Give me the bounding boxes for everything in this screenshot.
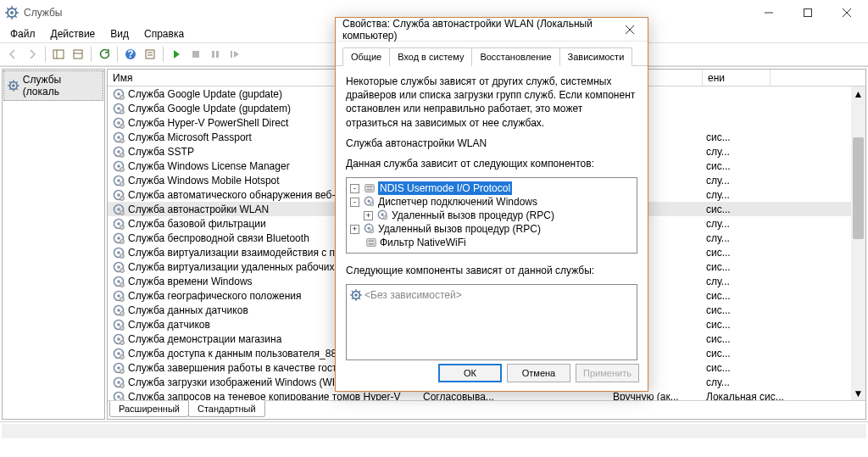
menu-action[interactable]: Действие	[44, 26, 103, 42]
expander-icon[interactable]: -	[350, 184, 359, 193]
tab-general[interactable]: Общие	[342, 47, 390, 66]
driver-icon	[365, 237, 377, 248]
cancel-button[interactable]: Отмена	[507, 364, 570, 382]
start-button[interactable]	[167, 45, 186, 64]
tree-item[interactable]: +Удаленный вызов процедур (RPC)	[350, 209, 633, 222]
svg-rect-26	[146, 50, 154, 59]
gear-icon	[350, 289, 362, 301]
service-icon	[113, 203, 125, 215]
forward-button[interactable]	[23, 45, 42, 64]
apply-button[interactable]: Применить	[576, 364, 639, 382]
svg-rect-30	[212, 51, 214, 58]
separator	[45, 47, 46, 62]
dependents-label: Следующие компоненты зависят от данной с…	[346, 264, 637, 277]
service-icon	[113, 333, 125, 345]
service-icon	[113, 362, 125, 374]
dependents-tree[interactable]: <Без зависимостей>	[346, 284, 637, 360]
scroll-up-icon[interactable]: ▲	[851, 86, 865, 101]
hscrollbar[interactable]	[2, 424, 866, 438]
stop-button[interactable]	[186, 45, 205, 64]
service-icon	[113, 319, 125, 331]
service-icon	[113, 189, 125, 201]
properties-button[interactable]	[141, 45, 159, 64]
refresh-button[interactable]	[95, 45, 114, 64]
gear-icon	[364, 196, 376, 208]
menu-help[interactable]: Справка	[137, 26, 191, 42]
dialog-close-button[interactable]	[619, 21, 641, 38]
dialog-body: Некоторые службы зависят от других служб…	[336, 66, 648, 369]
view-tabs: Расширенный Стандартный	[108, 400, 865, 419]
gear-icon	[377, 209, 389, 221]
service-icon	[113, 261, 125, 273]
svg-text:?: ?	[127, 48, 133, 60]
separator	[117, 47, 118, 62]
service-icon	[113, 103, 125, 114]
service-icon	[113, 276, 125, 287]
svg-rect-31	[216, 51, 219, 58]
service-icon	[113, 146, 125, 158]
export-button[interactable]	[69, 45, 87, 64]
depends-on-tree[interactable]: -NDIS Usermode I/O Protocol-Диспетчер по…	[346, 177, 637, 254]
properties-dialog: Свойства: Служба автонастройки WLAN (Лок…	[335, 17, 648, 392]
service-icon	[113, 131, 125, 143]
show-hide-button[interactable]	[49, 45, 68, 64]
service-icon	[113, 88, 125, 100]
tree-item[interactable]: -Диспетчер подключений Windows	[350, 195, 633, 209]
tab-recovery[interactable]: Восстановление	[471, 47, 559, 66]
depends-on-label: Данная служба зависит от следующих компо…	[346, 157, 637, 170]
service-icon	[113, 175, 125, 187]
tab-dependencies[interactable]: Зависимости	[559, 47, 633, 66]
service-icon	[113, 232, 125, 244]
tree-item[interactable]: Фильтр NativeWiFi	[350, 236, 633, 249]
menu-file[interactable]: Файл	[3, 26, 42, 42]
scroll-thumb[interactable]	[853, 137, 864, 239]
svg-rect-32	[231, 51, 232, 58]
service-icon	[113, 391, 125, 401]
minimize-button[interactable]	[749, 0, 788, 25]
scroll-down-icon[interactable]: ▼	[851, 386, 865, 400]
tree-item[interactable]: +Удаленный вызов процедур (RPC)	[350, 222, 633, 236]
dialog-titlebar[interactable]: Свойства: Служба автонастройки WLAN (Лок…	[336, 18, 648, 42]
pause-button[interactable]	[206, 45, 225, 64]
col-logon[interactable]: ени	[703, 70, 771, 86]
tab-standard[interactable]: Стандартный	[188, 400, 265, 417]
service-icon	[113, 376, 125, 388]
menu-view[interactable]: Вид	[103, 26, 136, 42]
close-button[interactable]	[827, 0, 866, 25]
dialog-buttons: ОК Отмена Применить	[438, 364, 639, 382]
restart-button[interactable]	[225, 45, 244, 64]
gear-icon	[8, 80, 19, 92]
tab-logon[interactable]: Вход в систему	[389, 47, 472, 66]
service-icon	[113, 290, 125, 302]
svg-rect-17	[804, 9, 812, 17]
separator	[163, 47, 164, 62]
maximize-button[interactable]	[788, 0, 827, 25]
tree-item[interactable]: -NDIS Usermode I/O Protocol	[350, 181, 633, 195]
ok-button[interactable]: ОК	[438, 364, 502, 382]
no-dependencies: <Без зависимостей>	[364, 288, 462, 302]
service-icon	[113, 117, 125, 129]
app-icon	[5, 6, 19, 20]
gear-icon	[364, 223, 376, 235]
driver-icon	[364, 182, 376, 194]
svg-rect-20	[53, 50, 64, 59]
dep-service-name: Служба автонастройки WLAN	[346, 137, 637, 150]
vscrollbar[interactable]: ▲ ▼	[851, 86, 865, 400]
dep-intro: Некоторые службы зависят от других служб…	[346, 75, 637, 130]
service-icon	[113, 304, 125, 316]
service-icon	[113, 218, 125, 230]
nav-services-local[interactable]: Службы (локаль	[3, 70, 103, 101]
svg-rect-29	[192, 51, 199, 58]
nav-tree[interactable]: Службы (локаль	[2, 69, 105, 420]
dialog-title: Свойства: Служба автонастройки WLAN (Лок…	[342, 18, 619, 42]
help-button[interactable]: ?	[121, 45, 140, 64]
expander-icon[interactable]: +	[364, 211, 373, 220]
tab-extended[interactable]: Расширенный	[109, 401, 189, 417]
back-button[interactable]	[3, 45, 22, 64]
service-icon	[113, 348, 125, 359]
service-icon	[113, 247, 125, 259]
svg-rect-22	[74, 50, 82, 59]
expander-icon[interactable]: +	[350, 225, 359, 234]
service-icon	[113, 160, 125, 172]
expander-icon[interactable]: -	[350, 198, 359, 207]
